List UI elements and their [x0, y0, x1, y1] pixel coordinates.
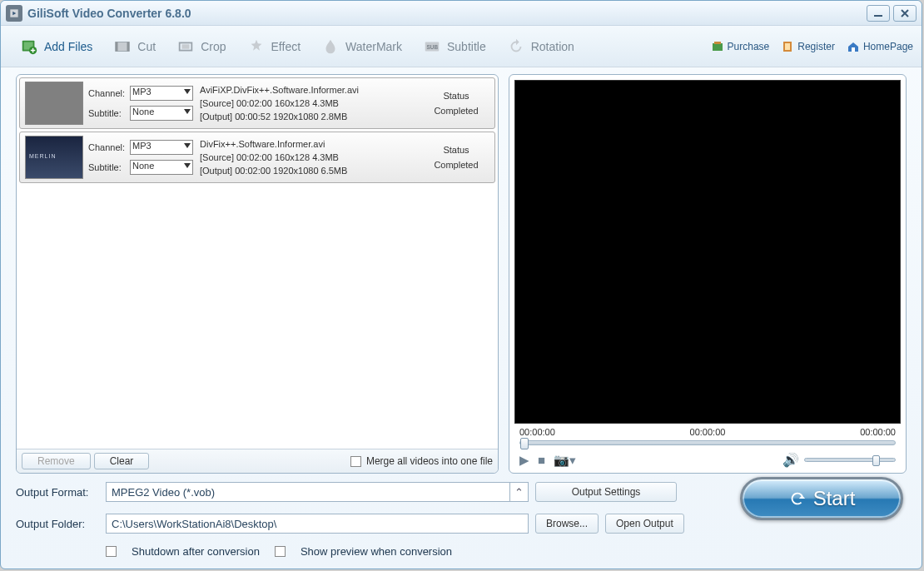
subtitle-select[interactable]: None: [130, 160, 193, 175]
chevron-up-icon: ⌃: [509, 483, 528, 501]
play-button[interactable]: ▶: [519, 453, 529, 468]
register-icon: [781, 40, 794, 53]
seek-thumb[interactable]: [520, 438, 529, 449]
subtitle-label: Subtitle:: [88, 108, 127, 118]
start-button[interactable]: Start: [740, 477, 903, 520]
stop-button[interactable]: ■: [538, 453, 545, 468]
preview-label: Show preview when conversion: [301, 545, 452, 558]
snapshot-button[interactable]: 📷▾: [554, 453, 576, 468]
file-thumbnail: [25, 136, 83, 179]
file-list: Channel:MP3 Subtitle:None AviFiXP.DivFix…: [17, 75, 498, 449]
svg-rect-8: [182, 44, 190, 49]
status-header: Status: [423, 91, 489, 101]
shutdown-label: Shutdown after conversion: [132, 545, 260, 558]
subtitle-icon: SUB: [422, 37, 442, 57]
svg-rect-6: [127, 42, 130, 51]
merge-label: Merge all videos into one file: [366, 455, 493, 467]
subtitle-label: Subtitle: [447, 40, 486, 53]
status-value: Completed: [423, 106, 489, 116]
volume-thumb[interactable]: [872, 455, 880, 466]
output-folder-label: Output Folder:: [16, 518, 99, 530]
app-window: GiliSoft Video Converter 6.8.0 Add Files…: [0, 0, 922, 569]
crop-label: Crop: [201, 40, 226, 53]
channel-select[interactable]: MP3: [130, 86, 193, 101]
purchase-link[interactable]: Purchase: [711, 40, 770, 53]
crop-icon: [176, 37, 196, 57]
rotation-icon: [506, 37, 526, 57]
minimize-button[interactable]: [867, 5, 890, 22]
window-controls: [867, 5, 917, 22]
svg-rect-0: [874, 15, 882, 17]
svg-rect-11: [713, 43, 723, 51]
subtitle-select[interactable]: None: [130, 106, 193, 121]
titlebar: GiliSoft Video Converter 6.8.0: [1, 1, 922, 26]
time-end: 00:00:00: [860, 427, 896, 437]
svg-rect-5: [116, 42, 118, 51]
purchase-label: Purchase: [728, 41, 770, 52]
remove-button[interactable]: Remove: [22, 453, 91, 469]
home-icon: [847, 40, 860, 53]
watermark-label: WaterMark: [345, 40, 402, 53]
add-files-button[interactable]: Add Files: [9, 33, 102, 60]
browse-button[interactable]: Browse...: [535, 514, 599, 534]
effect-icon: [246, 37, 266, 57]
output-format-select[interactable]: MPEG2 Video (*.vob) ⌃: [106, 482, 529, 502]
file-item[interactable]: Channel:MP3 Subtitle:None DivFix++.Softw…: [19, 132, 495, 183]
file-name: AviFiXP.DivFix++.Software.Informer.avi: [200, 85, 418, 95]
output-settings-button[interactable]: Output Settings: [535, 482, 677, 502]
start-label: Start: [813, 487, 856, 510]
refresh-icon: [788, 489, 807, 508]
watermark-button[interactable]: WaterMark: [310, 33, 412, 60]
volume-slider[interactable]: [804, 458, 896, 462]
file-thumbnail: [25, 82, 83, 125]
channel-label: Channel:: [88, 142, 127, 152]
rotation-label: Rotation: [531, 40, 574, 53]
file-output: [Output] 00:02:00 1920x1080 6.5MB: [200, 166, 418, 176]
open-output-button[interactable]: Open Output: [605, 514, 684, 534]
preview-panel: 00:00:00 00:00:00 00:00:00 ▶ ■ 📷▾ 🔊: [509, 74, 907, 474]
add-files-icon: [19, 37, 39, 57]
close-button[interactable]: [893, 5, 917, 22]
merge-checkbox[interactable]: [350, 456, 361, 467]
file-footer: Remove Clear Merge all videos into one f…: [17, 449, 498, 473]
channel-label: Channel:: [88, 88, 127, 98]
channel-select[interactable]: MP3: [130, 140, 193, 155]
homepage-label: HomePage: [863, 41, 913, 52]
output-format-label: Output Format:: [16, 486, 99, 499]
file-output: [Output] 00:00:52 1920x1080 2.8MB: [200, 112, 418, 122]
file-item[interactable]: Channel:MP3 Subtitle:None AviFiXP.DivFix…: [19, 77, 495, 129]
file-list-panel: Channel:MP3 Subtitle:None AviFiXP.DivFix…: [16, 74, 499, 474]
clear-button[interactable]: Clear: [94, 453, 150, 469]
register-link[interactable]: Register: [781, 40, 835, 53]
svg-rect-14: [785, 43, 790, 50]
time-current: 00:00:00: [690, 427, 726, 437]
video-preview[interactable]: [514, 80, 901, 424]
toolbar: Add Files Cut Crop Effect WaterMark SUB …: [1, 26, 922, 67]
rotation-button[interactable]: Rotation: [496, 33, 584, 60]
crop-button[interactable]: Crop: [166, 33, 236, 60]
svg-rect-12: [714, 42, 721, 44]
subtitle-button[interactable]: SUB Subtitle: [412, 33, 496, 60]
purchase-icon: [711, 40, 724, 53]
preview-checkbox[interactable]: [275, 546, 286, 557]
add-files-label: Add Files: [44, 40, 92, 53]
homepage-link[interactable]: HomePage: [847, 40, 913, 53]
effect-button[interactable]: Effect: [236, 33, 311, 60]
cut-icon: [112, 37, 132, 57]
file-name: DivFix++.Software.Informer.avi: [200, 139, 418, 149]
output-folder-field[interactable]: C:\Users\WorkStationAi8\Desktop\: [106, 514, 529, 534]
volume-icon[interactable]: 🔊: [782, 452, 799, 468]
status-value: Completed: [423, 160, 489, 170]
svg-rect-15: [852, 47, 855, 52]
cut-label: Cut: [137, 40, 156, 53]
file-source: [Source] 00:02:00 160x128 4.3MB: [200, 152, 418, 162]
status-header: Status: [423, 145, 489, 155]
shutdown-checkbox[interactable]: [106, 546, 117, 557]
watermark-icon: [320, 37, 340, 57]
app-title: GiliSoft Video Converter 6.8.0: [27, 7, 191, 20]
app-icon: [6, 5, 22, 22]
cut-button[interactable]: Cut: [102, 33, 166, 60]
time-start: 00:00:00: [519, 427, 555, 437]
svg-text:SUB: SUB: [427, 43, 439, 49]
seek-slider[interactable]: [519, 440, 896, 445]
